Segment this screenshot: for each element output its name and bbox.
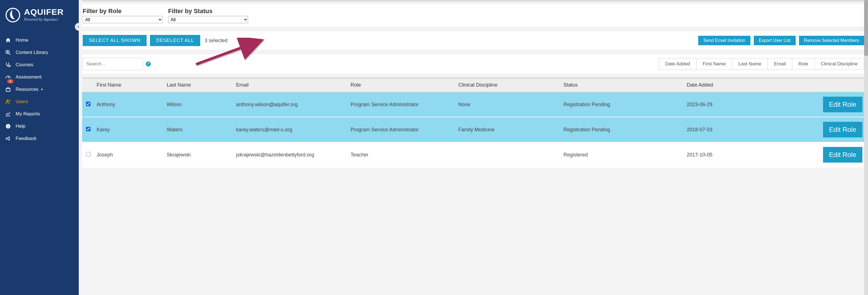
- col-status[interactable]: Status: [561, 78, 684, 92]
- cell-email: anthony.wilson@aquifer.org: [234, 92, 348, 117]
- search-input[interactable]: [83, 58, 143, 70]
- col-email[interactable]: Email: [234, 78, 348, 92]
- cell-date-added: 2017-10-05: [684, 142, 758, 167]
- sidebar-item-label: Content Library: [16, 50, 48, 55]
- filter-panel: Filter by Role All Filter by Status All: [82, 3, 865, 27]
- stethoscope-icon: [5, 62, 11, 68]
- cell-last-name: Skrajewski: [164, 142, 234, 167]
- cell-date-added: 2018-07-03: [684, 117, 758, 142]
- filter-status-label: Filter by Status: [168, 7, 248, 15]
- svg-text:i: i: [7, 125, 8, 128]
- filter-role-label: Filter by Role: [83, 7, 162, 15]
- sidebar-item-label: Resources: [16, 87, 38, 92]
- sidebar-nav: Home Content Library Courses Assessment …: [0, 31, 79, 148]
- scrollbar-track[interactable]: [864, 0, 868, 295]
- info-icon: i: [5, 123, 11, 129]
- brand-subtitle: Powered by Aqueduct: [24, 17, 64, 22]
- cell-role: Teacher: [348, 142, 456, 167]
- cell-discipline: None: [456, 92, 561, 117]
- selected-count-label: 3 selected: [205, 38, 227, 43]
- search-plus-icon: [5, 50, 11, 55]
- remove-selected-members-button[interactable]: Remove Selected Members: [799, 36, 864, 45]
- sort-pills: Date Added First Name Last Name Email Ro…: [659, 58, 864, 70]
- users-table: First Name Last Name Email Role Clinical…: [82, 78, 865, 168]
- sidebar-item-label: Feedback: [16, 136, 37, 141]
- cell-status: Registered: [561, 142, 684, 167]
- edit-role-button[interactable]: Edit Role: [823, 147, 862, 163]
- cell-discipline: Family Medicine: [456, 117, 561, 142]
- sidebar-item-help[interactable]: i Help: [0, 120, 79, 132]
- row-checkbox[interactable]: [86, 102, 91, 106]
- sidebar: AQUIFER Powered by Aqueduct Home Content…: [0, 0, 79, 295]
- table-row[interactable]: KareyWaterskarey.waters@med-u.orgProgram…: [82, 117, 865, 142]
- user-plus-icon: [5, 99, 11, 105]
- sidebar-item-resources[interactable]: Resources ▾: [0, 83, 79, 95]
- col-date-added[interactable]: Date Added: [684, 78, 758, 92]
- sidebar-item-users[interactable]: Users: [0, 95, 79, 108]
- row-checkbox[interactable]: [86, 127, 91, 131]
- col-clinical-discipline[interactable]: Clinical Discipline: [456, 78, 561, 92]
- sidebar-item-label: Help: [16, 123, 25, 129]
- cell-email: jskrajewski@hazeldenbettyford.org: [234, 142, 348, 167]
- svg-line-2: [9, 53, 10, 55]
- sort-email[interactable]: Email: [768, 58, 792, 69]
- help-icon[interactable]: ?: [146, 61, 151, 66]
- cell-discipline: [456, 142, 561, 167]
- sidebar-item-label: Home: [16, 37, 28, 43]
- cell-status: Registration Pending: [561, 117, 684, 142]
- cell-last-name: Waters: [164, 117, 234, 142]
- edit-role-button[interactable]: Edit Role: [823, 97, 862, 112]
- row-checkbox[interactable]: [86, 152, 91, 156]
- cell-date-added: 2023-06-29: [684, 92, 758, 117]
- sort-clinical-discipline[interactable]: Clinical Discipline: [815, 58, 864, 69]
- sidebar-item-home[interactable]: Home: [0, 34, 79, 47]
- scrollbar-thumb[interactable]: [864, 0, 868, 56]
- cell-first-name: Karey: [94, 117, 164, 142]
- actions-panel: SELECT ALL SHOWN DESELECT ALL 3 selected…: [82, 31, 865, 50]
- sidebar-item-label: Users: [16, 99, 28, 105]
- svg-point-5: [9, 65, 10, 66]
- home-icon: [5, 37, 11, 43]
- sidebar-item-courses[interactable]: Courses: [0, 59, 79, 71]
- filter-role-select[interactable]: All: [83, 16, 162, 23]
- sidebar-item-assessment[interactable]: Assessment 1: [0, 71, 79, 83]
- col-first-name[interactable]: First Name: [94, 78, 164, 92]
- sidebar-item-label: My Reports: [16, 111, 40, 117]
- chart-icon: [5, 111, 11, 117]
- brand-title: AQUIFER: [24, 7, 64, 17]
- sort-role[interactable]: Role: [792, 58, 815, 69]
- table-row[interactable]: JosephSkrajewskijskrajewski@hazeldenbett…: [82, 142, 865, 167]
- sort-first-name[interactable]: First Name: [696, 58, 732, 69]
- svg-line-6: [8, 77, 9, 78]
- export-user-list-button[interactable]: Export User List: [754, 36, 796, 45]
- sort-last-name[interactable]: Last Name: [732, 58, 768, 69]
- sidebar-item-feedback[interactable]: Feedback: [0, 132, 79, 145]
- cell-first-name: Joseph: [94, 142, 164, 167]
- assessment-badge: 1: [7, 79, 13, 83]
- aquifer-logo-icon: [5, 7, 21, 23]
- main-content: Filter by Role All Filter by Status All …: [79, 0, 868, 295]
- cell-status: Registration Pending: [561, 92, 684, 117]
- briefcase-icon: [5, 87, 11, 92]
- sidebar-item-my-reports[interactable]: My Reports: [0, 108, 79, 120]
- search-panel: ? Date Added First Name Last Name Email …: [82, 54, 865, 74]
- sort-date-added[interactable]: Date Added: [659, 58, 696, 69]
- cell-role: Program Service Administrator: [348, 92, 456, 117]
- cell-first-name: Anthony: [94, 92, 164, 117]
- sidebar-item-content-library[interactable]: Content Library: [0, 47, 79, 59]
- sidebar-item-label: Courses: [16, 62, 33, 68]
- svg-rect-7: [6, 89, 10, 91]
- cell-role: Program Service Administrator: [348, 117, 456, 142]
- deselect-all-button[interactable]: DESELECT ALL: [150, 35, 200, 46]
- col-last-name[interactable]: Last Name: [164, 78, 234, 92]
- edit-role-button[interactable]: Edit Role: [823, 122, 862, 138]
- select-all-button[interactable]: SELECT ALL SHOWN: [83, 35, 147, 46]
- filter-status-select[interactable]: All: [168, 16, 248, 23]
- bullhorn-icon: [5, 136, 11, 141]
- send-email-invitation-button[interactable]: Send Email Invitation: [698, 36, 750, 45]
- sidebar-item-label: Assessment: [16, 74, 41, 80]
- cell-email: karey.waters@med-u.org: [234, 117, 348, 142]
- table-row[interactable]: AnthonyWilsonanthony.wilson@aquifer.orgP…: [82, 92, 865, 117]
- col-role[interactable]: Role: [348, 78, 456, 92]
- dashboard-icon: [5, 74, 11, 80]
